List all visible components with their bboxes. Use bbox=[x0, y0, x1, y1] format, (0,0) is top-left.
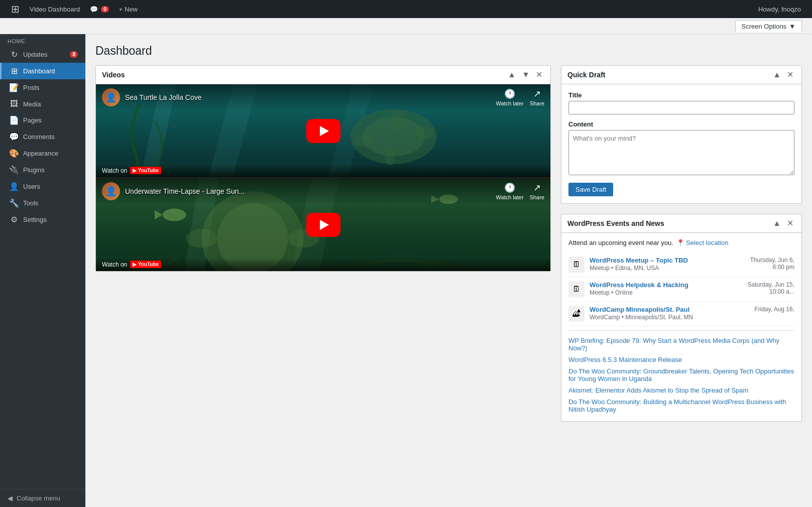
play-button-1[interactable] bbox=[306, 119, 340, 143]
watch-on-text-2: Watch on bbox=[102, 261, 127, 268]
news-link-2[interactable]: WordPress 6.5.3 Maintenance Release bbox=[568, 354, 794, 365]
save-draft-button[interactable]: Save Draft bbox=[568, 183, 613, 196]
event-item-1: 🗓 WordPress Meetup – Topic TBD Meetup • … bbox=[568, 252, 794, 277]
channel-avatar-1: 👤 bbox=[102, 88, 120, 106]
video-thumbnail-2[interactable]: 👤 Underwater Time-Lapse - Large Sun... 🕐… bbox=[96, 178, 550, 271]
events-panel-collapse-button[interactable]: ▲ bbox=[771, 218, 783, 228]
event-meta-1: Meetup • Edina, MN, USA bbox=[590, 265, 745, 272]
video-title-2: Underwater Time-Lapse - Large Sun... bbox=[125, 187, 496, 195]
plugins-icon: 🔌 bbox=[9, 165, 19, 175]
event-date-2: Saturday, Jun 15, 10:00 a... bbox=[748, 281, 794, 295]
sidebar-settings-label: Settings bbox=[23, 216, 47, 223]
videos-panel-title: Videos bbox=[102, 71, 125, 79]
event-icon-1: 🗓 bbox=[568, 257, 585, 273]
sidebar-item-settings[interactable]: ⚙ Settings bbox=[0, 211, 85, 228]
quick-draft-controls: ▲ ✕ bbox=[771, 70, 795, 80]
video-overlay-top-2: 👤 Underwater Time-Lapse - Large Sun... 🕐… bbox=[96, 178, 550, 204]
quick-draft-body: Title Content Save Draft bbox=[561, 84, 801, 203]
news-link-3[interactable]: Do The Woo Community: Groundbreaker Tale… bbox=[568, 365, 794, 385]
sidebar-plugins-label: Plugins bbox=[23, 166, 45, 174]
share-icon-1: ↗ bbox=[533, 88, 541, 99]
sidebar-item-users[interactable]: 👤 Users bbox=[0, 178, 85, 195]
event-item-3: 🏕 WordCamp Minneapolis/St. Paul WordCamp… bbox=[568, 302, 794, 326]
watch-later-label-1: Watch later bbox=[496, 100, 523, 106]
svg-point-16 bbox=[186, 229, 217, 247]
main-content: Dashboard Videos ▲ ▼ ✕ bbox=[85, 34, 812, 507]
event-details-3: WordCamp Minneapolis/St. Paul WordCamp •… bbox=[590, 306, 749, 321]
screen-options-label: Screen Options bbox=[742, 23, 787, 30]
news-divider bbox=[568, 330, 794, 331]
wp-logo-button[interactable]: ⊞ bbox=[6, 0, 25, 18]
location-pin-icon: 📍 bbox=[676, 239, 684, 246]
youtube-logo-2: ▶ YouTube bbox=[130, 261, 161, 268]
draft-content-textarea[interactable] bbox=[568, 130, 794, 175]
howdy-text: Howdy, fnoqzo bbox=[753, 6, 806, 13]
sidebar-posts-label: Posts bbox=[23, 84, 40, 91]
watch-later-icon-1: 🕐 bbox=[504, 88, 515, 99]
play-button-2[interactable] bbox=[306, 213, 340, 237]
users-icon: 👤 bbox=[9, 182, 19, 191]
videos-panel-controls: ▲ ▼ ✕ bbox=[506, 70, 544, 80]
appearance-icon: 🎨 bbox=[9, 149, 19, 158]
quick-draft-close-button[interactable]: ✕ bbox=[785, 70, 795, 80]
sidebar-item-media[interactable]: 🖼 Media bbox=[0, 96, 85, 112]
events-panel-header: WordPress Events and News ▲ ✕ bbox=[561, 214, 801, 233]
sidebar-item-appearance[interactable]: 🎨 Appearance bbox=[0, 145, 85, 162]
sidebar-home-section: Home bbox=[0, 34, 85, 46]
event-name-2[interactable]: WordPress Helpdesk & Hacking bbox=[590, 281, 743, 289]
screen-options-button[interactable]: Screen Options ▼ bbox=[735, 20, 802, 32]
sidebar: Home ↻ Updates 8 ⊞ Dashboard 📝 Posts 🖼 M… bbox=[0, 34, 85, 507]
share-button-2[interactable]: ↗ Share bbox=[530, 182, 544, 200]
sidebar-media-label: Media bbox=[23, 100, 41, 108]
news-link-4[interactable]: Akismet: Elementor Adds Akismet to Stop … bbox=[568, 385, 794, 396]
draft-title-label: Title bbox=[568, 91, 794, 99]
watch-later-button-1[interactable]: 🕐 Watch later bbox=[496, 88, 523, 106]
sidebar-item-dashboard[interactable]: ⊞ Dashboard bbox=[0, 63, 85, 79]
sidebar-updates-label: Updates bbox=[23, 51, 47, 58]
sidebar-item-updates[interactable]: ↻ Updates 8 bbox=[0, 46, 85, 63]
videos-panel-close-button[interactable]: ✕ bbox=[534, 70, 544, 80]
watch-later-button-2[interactable]: 🕐 Watch later bbox=[496, 182, 523, 200]
select-location-link[interactable]: 📍 Select location bbox=[676, 239, 729, 246]
quick-draft-header: Quick Draft ▲ ✕ bbox=[561, 66, 801, 84]
sidebar-item-plugins[interactable]: 🔌 Plugins bbox=[0, 162, 85, 178]
events-body: Attend an upcoming event near you. 📍 Sel… bbox=[561, 233, 801, 421]
sidebar-item-pages[interactable]: 📄 Pages bbox=[0, 112, 85, 129]
video-footer-1: Watch on ▶ YouTube bbox=[96, 164, 550, 177]
video-thumbnail-1[interactable]: 👤 Sea Turtle La Jolla Cove 🕐 Watch later… bbox=[96, 84, 550, 177]
collapse-menu-button[interactable]: ◀ Collapse menu bbox=[0, 489, 85, 507]
videos-panel-collapse-up-button[interactable]: ▲ bbox=[506, 70, 518, 80]
site-name-text: Video Dashboard bbox=[30, 6, 80, 13]
events-panel-close-button[interactable]: ✕ bbox=[785, 218, 795, 228]
sidebar-item-comments[interactable]: 💬 Comments bbox=[0, 129, 85, 145]
quick-draft-collapse-button[interactable]: ▲ bbox=[771, 70, 783, 80]
svg-point-6 bbox=[353, 135, 372, 147]
dashboard-grid: Videos ▲ ▼ ✕ bbox=[95, 65, 802, 422]
comments-link[interactable]: 💬 0 bbox=[85, 0, 114, 18]
event-name-3[interactable]: WordCamp Minneapolis/St. Paul bbox=[590, 306, 749, 313]
videos-panel-collapse-down-button[interactable]: ▼ bbox=[520, 70, 532, 80]
event-name-1[interactable]: WordPress Meetup – Topic TBD bbox=[590, 257, 745, 264]
news-link-1[interactable]: WP Briefing: Episode 79: Why Start a Wor… bbox=[568, 335, 794, 354]
news-link-5[interactable]: Do The Woo Community: Building a Multich… bbox=[568, 396, 794, 415]
main-layout: Home ↻ Updates 8 ⊞ Dashboard 📝 Posts 🖼 M… bbox=[0, 34, 812, 507]
svg-point-8 bbox=[391, 109, 404, 133]
share-label-1: Share bbox=[530, 100, 544, 106]
share-button-1[interactable]: ↗ Share bbox=[530, 88, 544, 106]
youtube-logo-1: ▶ YouTube bbox=[130, 167, 161, 174]
event-item-2: 🗓 WordPress Helpdesk & Hacking Meetup • … bbox=[568, 277, 794, 302]
quick-draft-panel: Quick Draft ▲ ✕ Title Content bbox=[561, 65, 802, 204]
videos-panel: Videos ▲ ▼ ✕ bbox=[95, 65, 551, 272]
sidebar-pages-label: Pages bbox=[23, 116, 42, 124]
watch-later-icon-2: 🕐 bbox=[504, 182, 515, 193]
draft-content-field: Content bbox=[568, 120, 794, 177]
draft-title-input[interactable] bbox=[568, 101, 794, 114]
pages-icon: 📄 bbox=[9, 115, 19, 125]
new-content-link[interactable]: + New bbox=[114, 0, 143, 18]
media-icon: 🖼 bbox=[9, 99, 19, 108]
draft-content-label: Content bbox=[568, 120, 794, 128]
site-name-link[interactable]: Video Dashboard bbox=[25, 0, 85, 18]
sidebar-item-posts[interactable]: 📝 Posts bbox=[0, 79, 85, 96]
comments-sidebar-icon: 💬 bbox=[9, 132, 19, 142]
sidebar-item-tools[interactable]: 🔧 Tools bbox=[0, 195, 85, 211]
